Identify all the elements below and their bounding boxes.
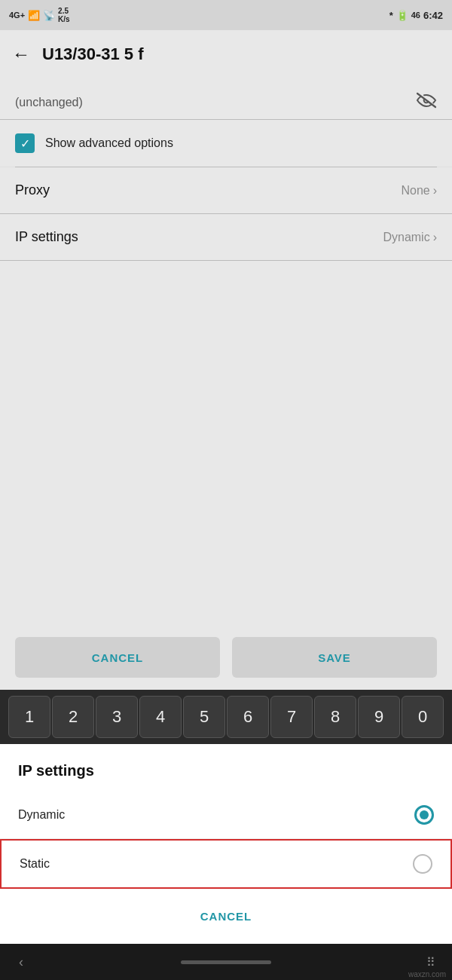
advanced-options-row: ✓ Show advanced options bbox=[0, 120, 452, 167]
option-static[interactable]: Static bbox=[0, 839, 452, 889]
bottom-cancel-area: CANCEL bbox=[0, 889, 452, 944]
battery-icon: 🔋 bbox=[396, 10, 408, 21]
nav-right-dot: ⠿ bbox=[425, 956, 437, 968]
speed-indicator: 2.5K/s bbox=[58, 7, 70, 23]
status-bar: 4G+ 📶 📡 2.5K/s * 🔋 46 6:42 bbox=[0, 0, 452, 30]
bottom-sheet: IP settings Dynamic Static CANCEL bbox=[0, 744, 452, 944]
bottom-sheet-title: IP settings bbox=[0, 744, 452, 792]
option-static-label: Static bbox=[20, 857, 50, 871]
watermark: waxzn.com bbox=[408, 970, 446, 978]
key-4[interactable]: 4 bbox=[139, 696, 182, 738]
key-9[interactable]: 9 bbox=[358, 696, 400, 738]
option-dynamic[interactable]: Dynamic bbox=[0, 792, 452, 839]
advanced-options-label: Show advanced options bbox=[45, 136, 173, 150]
key-1[interactable]: 1 bbox=[8, 696, 50, 738]
top-bar: ← U13/30-31 5 f bbox=[0, 30, 452, 78]
bluetooth-icon: * bbox=[389, 10, 393, 21]
password-field-placeholder[interactable]: (unchanged) bbox=[15, 96, 83, 109]
eye-slash-icon[interactable] bbox=[416, 92, 437, 113]
home-indicator bbox=[181, 960, 271, 964]
ip-settings-value[interactable]: Dynamic › bbox=[383, 231, 437, 244]
proxy-row[interactable]: Proxy None › bbox=[0, 167, 452, 214]
checkmark-icon: ✓ bbox=[20, 136, 30, 151]
key-2[interactable]: 2 bbox=[52, 696, 94, 738]
key-5[interactable]: 5 bbox=[183, 696, 225, 738]
option-dynamic-label: Dynamic bbox=[18, 808, 65, 822]
chevron-right-icon-2: › bbox=[433, 231, 437, 244]
clock: 6:42 bbox=[423, 10, 443, 21]
radio-inner bbox=[420, 810, 429, 819]
numeric-keyboard: 1 2 3 4 5 6 7 8 9 0 bbox=[0, 690, 452, 744]
save-button[interactable]: SAVE bbox=[232, 637, 437, 678]
network-indicator: 4G+ bbox=[9, 11, 25, 20]
chevron-right-icon: › bbox=[433, 184, 437, 198]
key-6[interactable]: 6 bbox=[227, 696, 269, 738]
signal-icon: 📶 bbox=[28, 10, 40, 21]
nav-bar: ‹ ⠿ waxzn.com bbox=[0, 944, 452, 980]
wifi-icon: 📡 bbox=[43, 10, 55, 21]
status-right: * 🔋 46 6:42 bbox=[389, 10, 443, 21]
ip-settings-row[interactable]: IP settings Dynamic › bbox=[0, 214, 452, 261]
back-button[interactable]: ← bbox=[12, 44, 30, 65]
proxy-value[interactable]: None › bbox=[401, 184, 437, 198]
radio-static-unselected[interactable] bbox=[413, 854, 432, 874]
content-spacer bbox=[0, 261, 452, 625]
radio-dynamic-selected[interactable] bbox=[414, 805, 434, 825]
key-0[interactable]: 0 bbox=[402, 696, 444, 738]
nav-back-dot: ‹ bbox=[15, 956, 27, 968]
ip-settings-label: IP settings bbox=[15, 229, 78, 245]
key-7[interactable]: 7 bbox=[270, 696, 313, 738]
password-row: (unchanged) bbox=[0, 78, 452, 120]
advanced-options-checkbox[interactable]: ✓ bbox=[15, 133, 35, 153]
cancel-button[interactable]: CANCEL bbox=[15, 637, 220, 678]
bottom-cancel-button[interactable]: CANCEL bbox=[170, 901, 282, 932]
key-8[interactable]: 8 bbox=[314, 696, 356, 738]
proxy-label: Proxy bbox=[15, 182, 50, 198]
status-left: 4G+ 📶 📡 2.5K/s bbox=[9, 7, 70, 23]
page-title: U13/30-31 5 f bbox=[42, 44, 144, 64]
action-buttons: CANCEL SAVE bbox=[0, 625, 452, 690]
key-3[interactable]: 3 bbox=[96, 696, 138, 738]
battery-level: 46 bbox=[411, 11, 420, 20]
